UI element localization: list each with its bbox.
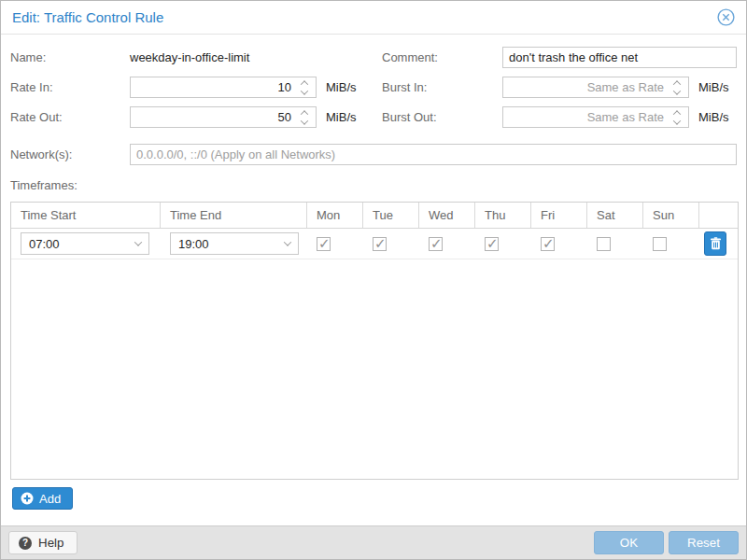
tue-cell: [363, 237, 419, 251]
rate-in-unit: MiB/s: [326, 80, 357, 94]
wed-checkbox[interactable]: [429, 237, 443, 251]
rate-in-spinner-down-icon[interactable]: [298, 89, 311, 95]
column-header-wed[interactable]: Wed: [419, 203, 475, 228]
timeframes-table-empty-area: [11, 259, 738, 479]
burst-out-field-wrap: [502, 106, 689, 128]
rate-in-input[interactable]: [130, 77, 317, 98]
fri-checkbox[interactable]: [541, 237, 555, 251]
name-label: Name:: [10, 50, 130, 64]
comment-label: Comment:: [382, 50, 502, 64]
column-header-thu[interactable]: Thu: [475, 203, 531, 228]
sun-checkbox[interactable]: [653, 237, 667, 251]
rate-out-unit: MiB/s: [326, 110, 357, 124]
rate-out-spinner-up-icon[interactable]: [298, 109, 311, 116]
sun-cell: [643, 237, 699, 251]
column-header-time-end[interactable]: Time End: [161, 203, 307, 228]
delete-row-button[interactable]: [704, 231, 726, 256]
mon-cell: [307, 237, 363, 251]
comment-row: Comment:: [382, 47, 737, 68]
burst-in-spinner: [670, 77, 684, 98]
networks-field-wrap: [130, 144, 737, 165]
timeframes-table: Time Start Time End Mon Tue Wed Thu Fri …: [10, 202, 739, 480]
comment-field-wrap: [502, 47, 737, 68]
add-button-label: Add: [39, 492, 61, 506]
comment-input[interactable]: [502, 47, 737, 68]
networks-label: Network(s):: [10, 147, 130, 161]
burst-in-label: Burst In:: [382, 80, 502, 94]
burst-out-input[interactable]: [502, 106, 689, 128]
form-left-column: Name: weekday-in-office-limit Rate In: M…: [10, 47, 365, 136]
help-button[interactable]: ? Help: [8, 531, 78, 554]
burst-in-input[interactable]: [502, 77, 689, 98]
ok-button-label: OK: [620, 536, 638, 550]
burst-out-row: Burst Out: MiB/s: [382, 106, 737, 128]
plus-circle-icon: [21, 492, 34, 505]
timeframes-label: Timeframes:: [10, 178, 737, 192]
burst-out-unit: MiB/s: [698, 110, 729, 124]
trash-icon: [710, 237, 722, 250]
thu-cell: [475, 237, 531, 251]
ok-button[interactable]: OK: [594, 531, 664, 554]
rate-in-spinner-up-icon[interactable]: [298, 79, 311, 86]
burst-in-spinner-up-icon[interactable]: [670, 79, 684, 86]
burst-out-spinner: [670, 106, 684, 128]
edit-traffic-control-rule-dialog: Edit: Traffic Control Rule Name: weekday…: [0, 0, 747, 560]
rate-out-input[interactable]: [130, 106, 317, 128]
thu-checkbox[interactable]: [485, 237, 499, 251]
column-header-mon[interactable]: Mon: [307, 203, 363, 228]
tue-checkbox[interactable]: [373, 237, 387, 251]
help-button-label: Help: [38, 536, 63, 550]
burst-out-spinner-down-icon[interactable]: [670, 119, 684, 125]
form-right-column: Comment: Burst In: MiB/s: [382, 47, 737, 136]
rate-in-spinner: [298, 77, 311, 98]
dialog-title: Edit: Traffic Control Rule: [12, 9, 716, 25]
burst-in-field-wrap: [502, 77, 689, 98]
column-header-time-start[interactable]: Time Start: [11, 203, 161, 228]
column-header-sat[interactable]: Sat: [587, 203, 643, 228]
form-grid: Name: weekday-in-office-limit Rate In: M…: [10, 47, 737, 136]
time-start-combobox[interactable]: 07:00: [21, 232, 149, 255]
chevron-down-icon: [284, 238, 291, 245]
time-end-combobox[interactable]: 19:00: [170, 232, 299, 255]
time-start-value: 07:00: [29, 237, 135, 251]
fri-cell: [531, 237, 587, 251]
close-icon[interactable]: [716, 8, 735, 27]
rate-in-label: Rate In:: [10, 80, 130, 94]
add-button[interactable]: Add: [12, 487, 73, 510]
burst-in-row: Burst In: MiB/s: [382, 77, 737, 98]
time-start-cell: 07:00: [11, 232, 161, 255]
timeframes-table-header: Time Start Time End Mon Tue Wed Thu Fri …: [11, 203, 738, 229]
dialog-header: Edit: Traffic Control Rule: [1, 1, 746, 35]
rate-in-row: Rate In: MiB/s: [10, 77, 365, 98]
dialog-body: Name: weekday-in-office-limit Rate In: M…: [1, 35, 746, 525]
name-value: weekday-in-office-limit: [130, 50, 249, 64]
time-end-cell: 19:00: [161, 232, 307, 255]
sat-cell: [587, 237, 643, 251]
rate-out-spinner-down-icon[interactable]: [298, 119, 311, 125]
time-end-value: 19:00: [178, 237, 285, 251]
column-header-fri[interactable]: Fri: [531, 203, 587, 228]
burst-out-spinner-up-icon[interactable]: [670, 109, 684, 116]
dialog-footer: ? Help OK Reset: [1, 525, 746, 559]
networks-row: Network(s):: [10, 144, 737, 165]
burst-in-unit: MiB/s: [698, 80, 729, 94]
sat-checkbox[interactable]: [597, 237, 611, 251]
reset-button-label: Reset: [687, 536, 720, 550]
mon-checkbox[interactable]: [317, 237, 331, 251]
rate-out-spinner: [298, 106, 311, 128]
timeframe-row: 07:00 19:00: [11, 229, 738, 259]
networks-input[interactable]: [130, 144, 737, 165]
column-header-actions: [699, 203, 738, 228]
reset-button[interactable]: Reset: [669, 531, 739, 554]
rate-out-row: Rate Out: MiB/s: [10, 106, 365, 128]
wed-cell: [419, 237, 475, 251]
burst-out-label: Burst Out:: [382, 110, 502, 124]
burst-in-spinner-down-icon[interactable]: [670, 89, 684, 95]
question-circle-icon: ?: [19, 537, 32, 550]
chevron-down-icon: [134, 238, 142, 245]
rate-out-label: Rate Out:: [10, 110, 130, 124]
column-header-sun[interactable]: Sun: [643, 203, 699, 228]
column-header-tue[interactable]: Tue: [363, 203, 419, 228]
name-row: Name: weekday-in-office-limit: [10, 47, 365, 68]
rate-in-field-wrap: [130, 77, 317, 98]
